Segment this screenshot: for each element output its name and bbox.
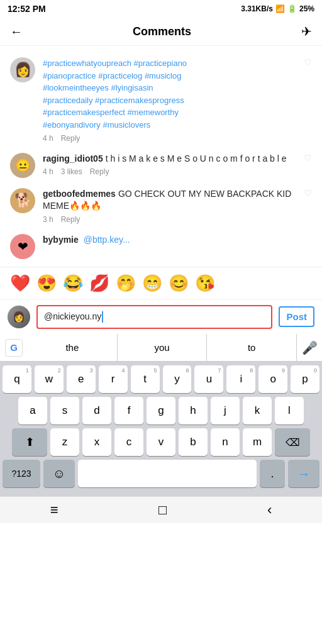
enter-key[interactable]: → [288,460,319,487]
suggestion-the[interactable]: the [28,334,118,361]
page-title: Comments [133,25,191,38]
keyboard-rows: 1q 2w 3e 4r 5t 6y 7u 8i 9o 0p a s d f g … [0,362,322,496]
key-z[interactable]: z [50,428,79,456]
key-d[interactable]: d [82,397,111,425]
avatar: 🐕 [10,188,35,213]
number-switch-key[interactable]: ?123 [3,460,40,487]
key-c[interactable]: c [114,428,143,456]
emoji-heart[interactable]: ❤️ [10,274,30,293]
shift-key[interactable]: ⬆ [12,428,47,456]
emoji-heart-eyes[interactable]: 😍 [36,274,57,293]
partial-comment: ❤ bybymie @bttp.key... [0,229,322,260]
emoji-laugh[interactable]: 😂 [63,274,83,293]
key-v[interactable]: v [147,428,175,456]
emoji-wink-kiss[interactable]: 😘 [195,274,215,293]
key-o[interactable]: 9o [258,365,287,393]
reply-button[interactable]: Reply [90,167,109,176]
comment-body: getboofedmemesGO CHECK OUT MY NEW BACKPA… [43,188,296,224]
back-button[interactable]: ← [10,25,23,39]
text-cursor [102,311,103,323]
keyboard-suggestions: G the you to 🎤 [0,334,322,362]
bottom-letter-row: ⬆ z x c v b n m ⌫ [3,428,319,456]
key-p[interactable]: 0p [291,365,319,393]
mic-button[interactable]: 🎤 [297,340,322,355]
avatar: ❤ [10,234,35,259]
reply-button[interactable]: Reply [61,134,80,143]
suggestion-to[interactable]: to [207,334,297,361]
bottom-nav: ≡ □ ‹ [0,496,322,523]
battery-icon: 🔋 [287,4,297,13]
comment-meta: 3 h Reply [43,215,296,224]
signal-icon: 📶 [275,4,285,13]
battery-level: 25% [299,4,314,13]
key-f[interactable]: f [114,397,143,425]
key-m[interactable]: m [243,428,272,456]
reply-button[interactable]: Reply [61,215,80,224]
emoji-smile[interactable]: 😊 [169,274,189,293]
comment-meta: 4 h Reply [43,134,296,143]
like-icon[interactable]: ♡ [304,57,312,67]
key-h[interactable]: h [179,397,208,425]
comment-username: bybymie [43,235,79,245]
key-k[interactable]: k [243,397,272,425]
key-r[interactable]: 4r [99,365,128,393]
comment-meta: 4 h 3 likes Reply [43,167,296,176]
status-icons: 3.31KB/s 📶 🔋 25% [241,4,314,13]
comment-text: #practicewhatyoupreach #practicepiano#pi… [43,57,296,131]
comment-input[interactable]: @nickieyou.ny [36,305,272,329]
back-icon[interactable]: ‹ [267,502,272,518]
key-e[interactable]: 3e [67,365,96,393]
key-n[interactable]: n [211,428,240,456]
key-x[interactable]: x [82,428,111,456]
number-row: 1q 2w 3e 4r 5t 6y 7u 8i 9o 0p [3,365,319,393]
like-icon[interactable]: ♡ [304,188,312,198]
emoji-bar: ❤️ 😍 😂 💋 🤭 😁 😊 😘 [0,267,322,300]
user-avatar: 👩 [8,306,30,328]
comment-body: raging_idiot05t h i s M a k e s M e S o … [43,153,296,177]
delete-key[interactable]: ⌫ [275,428,310,456]
emoji-key[interactable]: ☺ [43,460,75,487]
avatar: 👩 [10,57,35,82]
input-text: @nickieyou.ny [44,311,101,321]
comment-time: 3 h [43,215,53,224]
comment-item: 🐕 getboofedmemesGO CHECK OUT MY NEW BACK… [0,183,322,229]
comment-text: raging_idiot05t h i s M a k e s M e S o … [43,153,296,165]
comment-item: 😐 raging_idiot05t h i s M a k e s M e S … [0,148,322,183]
key-g[interactable]: g [147,397,175,425]
menu-icon[interactable]: ≡ [50,502,58,518]
hashtag-text: #practicewhatyoupreach #practicepiano#pi… [43,58,187,130]
home-icon[interactable]: □ [158,502,167,518]
emoji-kiss[interactable]: 💋 [89,274,109,293]
comments-area: 👩 #practicewhatyoupreach #practicepiano#… [0,46,322,267]
post-button[interactable]: Post [279,306,314,327]
mention-text: @bttp.key... [84,235,130,245]
key-l[interactable]: l [275,397,304,425]
key-u[interactable]: 7u [194,365,223,393]
bottom-function-row: ?123 ☺ . → [3,460,319,492]
space-key[interactable] [78,460,257,487]
like-icon[interactable]: ♡ [304,153,312,163]
comment-username: getboofedmemes [43,189,116,199]
send-icon[interactable]: ✈ [301,24,312,39]
key-y[interactable]: 6y [163,365,192,393]
key-i[interactable]: 8i [226,365,255,393]
comment-input-area: 👩 @nickieyou.ny Post [0,300,322,334]
key-a[interactable]: a [18,397,47,425]
key-j[interactable]: j [211,397,240,425]
status-time: 12:52 PM [8,4,46,14]
comment-text: bybymie @bttp.key... [43,234,312,247]
top-nav: ← Comments ✈ [0,18,322,46]
key-s[interactable]: s [50,397,79,425]
comment-body: #practicewhatyoupreach #practicepiano#pi… [43,57,296,143]
emoji-grin[interactable]: 😁 [142,274,162,293]
avatar: 😐 [10,153,35,178]
comment-username: raging_idiot05 [43,153,103,164]
key-b[interactable]: b [179,428,208,456]
key-w[interactable]: 2w [35,365,64,393]
period-key[interactable]: . [260,460,285,487]
suggestion-you[interactable]: you [118,334,208,361]
key-t[interactable]: 5t [131,365,160,393]
emoji-squint[interactable]: 🤭 [116,274,136,293]
comment-body: bybymie @bttp.key... [43,234,312,247]
key-q[interactable]: 1q [3,365,31,393]
